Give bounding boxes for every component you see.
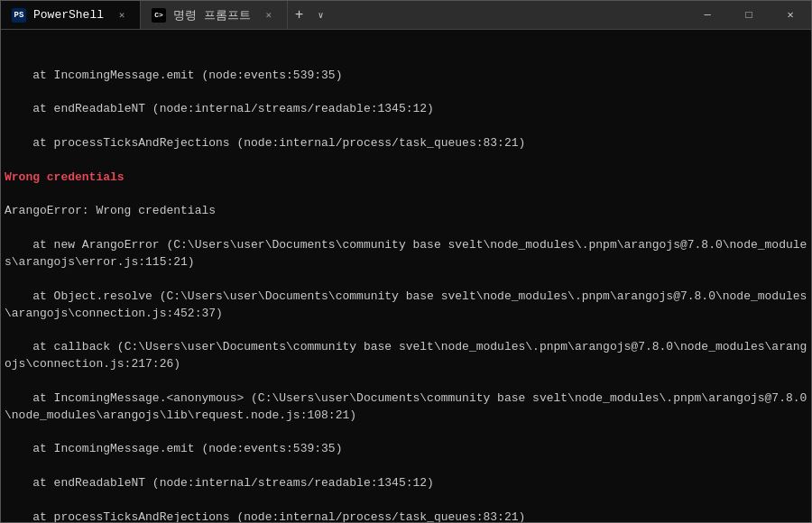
tab-powershell[interactable]: PS PowerShell ✕ xyxy=(1,1,141,29)
tab-close-powershell[interactable]: ✕ xyxy=(115,8,129,23)
terminal-line: at IncomingMessage.emit (node:events:539… xyxy=(5,68,807,85)
tab-label-cmd: 명령 프롬프트 xyxy=(173,7,251,23)
tab-label-powershell: PowerShell xyxy=(33,8,104,22)
tab-dropdown-button[interactable]: ∨ xyxy=(310,1,330,29)
terminal-line: at endReadableNT (node:internal/streams/… xyxy=(5,101,807,118)
terminal-line: at callback (C:\Users\user\Documents\com… xyxy=(5,339,807,373)
terminal-line: Wrong credentials xyxy=(5,170,807,187)
tab-group: PS PowerShell ✕ C> 명령 프롬프트 ✕ + ∨ xyxy=(1,1,687,29)
titlebar: PS PowerShell ✕ C> 명령 프롬프트 ✕ + ∨ — □ ✕ xyxy=(1,1,811,30)
terminal-line: at processTicksAndRejections (node:inter… xyxy=(5,509,807,522)
new-tab-button[interactable]: + xyxy=(288,1,311,29)
maximize-button[interactable]: □ xyxy=(728,1,770,29)
terminal-line: at IncomingMessage.<anonymous> (C:\Users… xyxy=(5,390,807,425)
terminal-line: at processTicksAndRejections (node:inter… xyxy=(5,135,807,152)
terminal-line: at IncomingMessage.emit (node:events:539… xyxy=(5,441,807,458)
cmd-icon: C> xyxy=(152,8,166,23)
terminal-line: at Object.resolve (C:\Users\user\Documen… xyxy=(5,289,807,323)
close-button[interactable]: ✕ xyxy=(770,1,811,29)
window-controls: — □ ✕ xyxy=(687,1,811,29)
minimize-button[interactable]: — xyxy=(687,1,728,29)
window: PS PowerShell ✕ C> 명령 프롬프트 ✕ + ∨ — □ ✕ a… xyxy=(0,0,812,523)
terminal-line: at endReadableNT (node:internal/streams/… xyxy=(5,475,807,492)
terminal-output: at IncomingMessage.emit (node:events:539… xyxy=(1,30,811,522)
terminal-line: at new ArangoError (C:\Users\user\Docume… xyxy=(5,237,807,271)
terminal-line: ArangoError: Wrong credentials xyxy=(5,203,807,220)
powershell-icon: PS xyxy=(12,8,26,23)
tab-close-cmd[interactable]: ✕ xyxy=(262,8,276,23)
tab-cmd[interactable]: C> 명령 프롬프트 ✕ xyxy=(141,1,288,29)
